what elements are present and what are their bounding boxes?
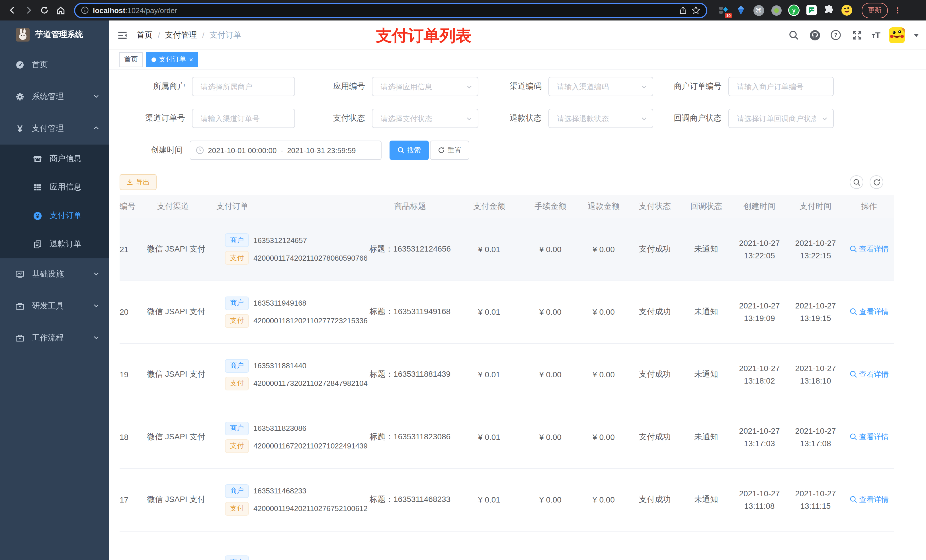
cell-pay-time: 2021-10-2713:17:08 bbox=[787, 406, 844, 468]
tab-pay-order[interactable]: 支付订单 × bbox=[146, 52, 198, 67]
date-range-picker[interactable]: 2021-10-01 00:00:00 - 2021-10-31 23:59:5… bbox=[190, 140, 381, 160]
reset-button[interactable]: 重置 bbox=[430, 140, 469, 160]
cell-action: 查看详情 bbox=[844, 468, 894, 531]
view-detail-link[interactable]: 查看详情 bbox=[849, 495, 889, 505]
fullscreen-icon[interactable] bbox=[850, 29, 863, 41]
cell-title: 标题：1635311949168 bbox=[365, 281, 455, 343]
browser-update-button[interactable]: 更新 bbox=[862, 3, 888, 18]
url-host: localhost bbox=[93, 6, 125, 15]
extension-y-icon[interactable]: y bbox=[788, 5, 800, 16]
cell-channel: 微信 JSAPI 支付 bbox=[147, 218, 199, 281]
help-icon[interactable]: ? bbox=[829, 29, 842, 41]
breadcrumb-home[interactable]: 首页 bbox=[137, 30, 153, 40]
sidebar-item-refund-order[interactable]: 退款订单 bbox=[0, 230, 109, 258]
merchant-input[interactable] bbox=[192, 77, 295, 96]
browser-reload-icon[interactable] bbox=[38, 3, 51, 17]
date-separator: - bbox=[280, 146, 283, 154]
refund-status-select[interactable] bbox=[548, 109, 653, 128]
sidebar-item-label: 支付管理 bbox=[32, 124, 64, 134]
browser-back-icon[interactable] bbox=[6, 3, 20, 17]
table-row: 18微信 JSAPI 支付商户1635311823086支付4200001167… bbox=[120, 406, 894, 468]
share-icon[interactable] bbox=[679, 6, 687, 15]
extension-chat-icon[interactable] bbox=[806, 5, 817, 16]
column-header: 商品标题 bbox=[365, 195, 455, 218]
cell-pay-status bbox=[629, 531, 681, 560]
sidebar-item-infrastructure[interactable]: 基础设施 bbox=[0, 258, 109, 290]
sidebar-item-merchant-info[interactable]: 商户信息 bbox=[0, 145, 109, 173]
view-detail-link[interactable]: 查看详情 bbox=[849, 244, 889, 254]
app-title: 芋道管理系统 bbox=[35, 30, 83, 40]
view-detail-link[interactable]: 查看详情 bbox=[849, 432, 889, 442]
sidebar-item-dev-tools[interactable]: 研发工具 bbox=[0, 290, 109, 322]
cell-id: 20 bbox=[120, 281, 147, 343]
channel-order-no-input[interactable] bbox=[192, 109, 295, 128]
svg-text:?: ? bbox=[834, 32, 837, 38]
tab-home[interactable]: 首页 bbox=[119, 52, 143, 67]
filter-label: 应用编号 bbox=[332, 82, 365, 92]
site-info-icon[interactable] bbox=[81, 6, 89, 14]
sidebar-item-label: 首页 bbox=[32, 60, 48, 70]
cell-amount: ¥ 0.01 bbox=[455, 468, 523, 531]
dashboard-icon bbox=[15, 60, 24, 69]
tab-close-icon[interactable]: × bbox=[189, 56, 193, 63]
merchant-tag: 商户 bbox=[225, 296, 249, 310]
refresh-table-button[interactable] bbox=[870, 175, 883, 189]
extension-gem-icon[interactable] bbox=[735, 5, 747, 16]
search-icon bbox=[853, 178, 860, 186]
merchant-tag: 商户 bbox=[225, 421, 249, 435]
search-icon[interactable] bbox=[787, 29, 800, 41]
cell-channel: 微信 JSAPI 支付 bbox=[147, 468, 199, 531]
export-button[interactable]: 导出 bbox=[120, 174, 157, 190]
merchant-tag: 商户 bbox=[225, 359, 249, 373]
browser-home-icon[interactable] bbox=[53, 3, 67, 17]
cell-create-time: 2021-10-2713:17:03 bbox=[732, 406, 787, 468]
channel-code-select[interactable] bbox=[548, 77, 653, 96]
extension-recorder-icon[interactable] bbox=[770, 5, 782, 16]
extension-workspace-icon[interactable]: 10 bbox=[717, 5, 729, 16]
extension-command-icon[interactable]: ⌘ bbox=[753, 5, 764, 16]
order-table-body: 21微信 JSAPI 支付商户1635312124657支付4200001174… bbox=[120, 218, 894, 560]
pay-order-no: 4200001174202110278060590766 bbox=[253, 254, 368, 263]
notify-status-select[interactable] bbox=[728, 109, 834, 128]
column-header: 支付渠道 bbox=[147, 195, 199, 218]
view-detail-link[interactable]: 查看详情 bbox=[849, 307, 889, 317]
cell-channel bbox=[147, 531, 199, 560]
sidebar-collapse-icon[interactable] bbox=[117, 30, 127, 40]
extensions-puzzle-icon[interactable] bbox=[823, 5, 835, 16]
sidebar-item-system[interactable]: 系统管理 bbox=[0, 81, 109, 113]
browser-menu-icon[interactable]: ⋮ bbox=[894, 6, 902, 15]
cell-amount: ¥ 0.01 bbox=[455, 218, 523, 281]
browser-forward-icon[interactable] bbox=[22, 3, 35, 17]
cell-id bbox=[120, 531, 147, 560]
bookmark-star-icon[interactable] bbox=[691, 6, 701, 15]
sidebar-item-app-info[interactable]: 应用信息 bbox=[0, 173, 109, 201]
refresh-icon bbox=[438, 147, 445, 154]
column-header: 支付订单 bbox=[199, 195, 365, 218]
user-avatar[interactable] bbox=[889, 27, 905, 43]
cell-notify-status: 未通知 bbox=[681, 343, 732, 406]
cell-pay-status: 支付成功 bbox=[629, 343, 681, 406]
profile-emoji-avatar[interactable] bbox=[841, 5, 853, 16]
search-button[interactable]: 搜索 bbox=[390, 140, 429, 160]
sidebar-item-home[interactable]: 首页 bbox=[0, 49, 109, 81]
show-search-toggle[interactable] bbox=[850, 175, 863, 189]
avatar-caret-icon[interactable] bbox=[914, 30, 919, 40]
address-bar[interactable]: localhost :1024/pay/order bbox=[74, 3, 707, 18]
breadcrumb-pay-manage[interactable]: 支付管理 bbox=[165, 30, 197, 40]
view-detail-link[interactable]: 查看详情 bbox=[849, 369, 889, 380]
cell-amount: ¥ 0.01 bbox=[455, 343, 523, 406]
app-no-select[interactable] bbox=[372, 77, 478, 96]
cell-pay-status: 支付成功 bbox=[629, 468, 681, 531]
chevron-up-icon bbox=[93, 124, 100, 133]
sidebar-item-pay-order[interactable]: ¥ 支付订单 bbox=[0, 201, 109, 230]
tab-label: 支付订单 bbox=[159, 54, 186, 64]
pay-status-select[interactable] bbox=[372, 109, 478, 128]
merchant-order-no-input[interactable] bbox=[728, 77, 834, 96]
cell-notify-status: 未通知 bbox=[681, 406, 732, 468]
sidebar-item-workflow[interactable]: 工作流程 bbox=[0, 322, 109, 354]
font-size-icon[interactable]: TT bbox=[872, 30, 881, 40]
github-icon[interactable] bbox=[808, 29, 821, 41]
sidebar-item-payment[interactable]: ¥ 支付管理 bbox=[0, 113, 109, 145]
search-icon bbox=[849, 371, 857, 378]
sidebar: 芋道管理系统 首页 系统管理 ¥ 支付管 bbox=[0, 21, 109, 560]
